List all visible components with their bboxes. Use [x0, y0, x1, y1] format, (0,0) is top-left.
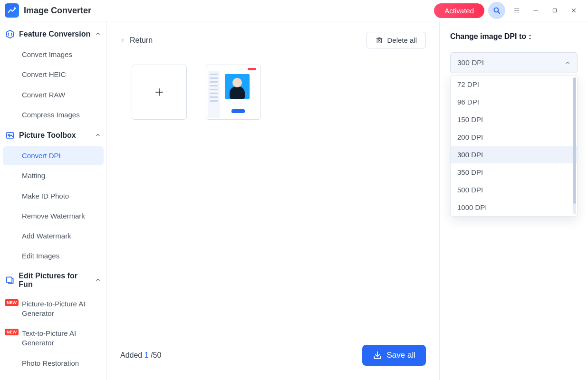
dpi-select-label: Change image DPI to： — [450, 32, 578, 42]
dpi-select-value: 300 DPI — [457, 58, 484, 67]
section-label: Picture Toolbox — [19, 131, 76, 140]
sidebar-item-add-watermark[interactable]: Add Watermark — [3, 227, 104, 246]
dpi-option[interactable]: 96 DPI — [451, 93, 577, 111]
save-all-button[interactable]: Save all — [362, 345, 426, 366]
svg-point-0 — [14, 7, 16, 9]
maximize-icon[interactable] — [545, 2, 564, 19]
dpi-option[interactable]: 500 DPI — [451, 181, 577, 199]
sidebar-item-matting[interactable]: Matting — [3, 166, 104, 185]
image-thumbnail[interactable] — [206, 65, 261, 120]
delete-all-label: Delete all — [387, 36, 417, 44]
trash-icon — [376, 37, 383, 44]
dpi-option-selected[interactable]: 300 DPI — [451, 146, 577, 163]
svg-rect-13 — [6, 277, 12, 283]
sidebar: Feature Conversion Convert Images Conver… — [0, 21, 107, 380]
sidebar-item-make-id-photo[interactable]: Make ID Photo — [3, 187, 104, 206]
dpi-option[interactable]: 72 DPI — [451, 76, 577, 93]
app-title: Image Converter — [24, 6, 91, 16]
picture-toolbox-icon — [5, 130, 15, 141]
right-panel: Change image DPI to： 300 DPI 72 DPI 96 D… — [440, 21, 588, 380]
svg-point-12 — [8, 134, 10, 136]
return-button[interactable]: Return — [120, 36, 153, 45]
titlebar: Image Converter Activated — [0, 0, 588, 21]
sidebar-item-convert-heic[interactable]: Convert HEIC — [3, 65, 104, 84]
svg-marker-10 — [7, 30, 14, 38]
delete-all-button[interactable]: Delete all — [366, 32, 426, 48]
minimize-icon[interactable] — [526, 2, 545, 19]
sidebar-item-label: Picture-to-Picture AI Generator — [22, 300, 85, 317]
sidebar-item-picture-to-picture-ai[interactable]: NEW Picture-to-Picture AI Generator — [3, 294, 104, 323]
section-label: Feature Conversion — [19, 30, 90, 38]
close-icon[interactable] — [564, 2, 583, 19]
scrollbar-thumb[interactable] — [573, 77, 576, 204]
sidebar-section-picture-toolbox[interactable]: Picture Toolbox — [3, 125, 104, 145]
add-image-button[interactable] — [132, 65, 187, 120]
return-label: Return — [130, 36, 153, 45]
menu-icon[interactable] — [507, 2, 526, 19]
sidebar-item-photo-restoration[interactable]: Photo Restoration — [3, 354, 104, 373]
dpi-select[interactable]: 300 DPI — [450, 52, 578, 73]
dpi-option[interactable]: 200 DPI — [451, 128, 577, 146]
thumbnail-preview — [208, 66, 259, 118]
plus-icon — [154, 87, 164, 97]
svg-rect-11 — [7, 133, 14, 138]
sidebar-item-label: Text-to-Picture AI Generator — [22, 329, 76, 347]
sidebar-item-compress-images[interactable]: Compress Images — [3, 105, 104, 124]
save-all-label: Save all — [387, 351, 415, 360]
dpi-option[interactable]: 150 DPI — [451, 111, 577, 128]
chevron-left-icon — [120, 37, 125, 44]
sidebar-section-feature-conversion[interactable]: Feature Conversion — [3, 24, 104, 44]
activated-badge[interactable]: Activated — [434, 3, 484, 18]
search-icon[interactable] — [488, 2, 505, 19]
sidebar-item-remove-watermark[interactable]: Remove Watermark — [3, 207, 104, 226]
dpi-option[interactable]: 1000 DPI — [451, 199, 577, 216]
sidebar-item-edit-images[interactable]: Edit Images — [3, 247, 104, 266]
section-label: Edit Pictures for Fun — [19, 272, 91, 289]
sidebar-item-convert-raw[interactable]: Convert RAW — [3, 86, 104, 104]
main-content: Return Delete all — [107, 21, 440, 380]
sidebar-section-edit-pictures-for-fun[interactable]: Edit Pictures for Fun — [3, 267, 104, 294]
edit-pictures-icon — [5, 275, 15, 285]
sidebar-item-convert-images[interactable]: Convert Images — [3, 45, 104, 64]
added-count: Added 1 /50 — [120, 351, 161, 360]
download-icon — [373, 351, 382, 360]
chevron-up-icon — [95, 276, 101, 285]
svg-line-2 — [498, 11, 500, 13]
sidebar-item-text-to-picture-ai[interactable]: NEW Text-to-Picture AI Generator — [3, 324, 104, 353]
sidebar-item-convert-dpi[interactable]: Convert DPI — [3, 146, 104, 165]
chevron-up-icon — [95, 131, 101, 140]
chevron-up-icon — [95, 30, 101, 38]
feature-conversion-icon — [5, 29, 15, 39]
chevron-up-icon — [565, 60, 570, 66]
dpi-dropdown: 72 DPI 96 DPI 150 DPI 200 DPI 300 DPI 35… — [450, 75, 578, 217]
app-logo-icon — [5, 3, 19, 18]
dpi-option[interactable]: 350 DPI — [451, 163, 577, 181]
new-badge: NEW — [5, 329, 19, 335]
svg-rect-7 — [553, 9, 557, 12]
new-badge: NEW — [5, 299, 19, 306]
